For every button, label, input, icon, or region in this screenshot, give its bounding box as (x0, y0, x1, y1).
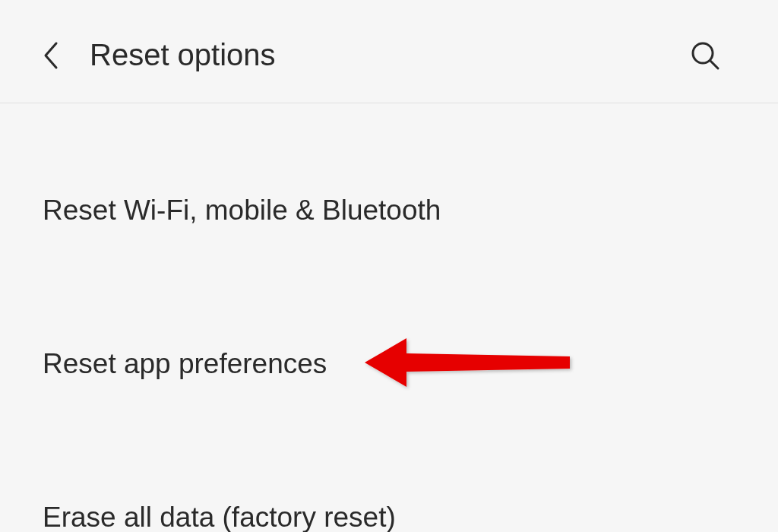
svg-line-1 (710, 61, 718, 68)
svg-marker-2 (365, 338, 570, 387)
header-bar: Reset options (0, 0, 778, 103)
header-left: Reset options (43, 38, 276, 72)
page-title: Reset options (90, 38, 276, 72)
back-icon[interactable] (43, 41, 59, 70)
options-list: Reset Wi-Fi, mobile & Bluetooth Reset ap… (0, 103, 778, 532)
option-reset-app-preferences[interactable]: Reset app preferences (0, 325, 778, 403)
option-reset-wifi-mobile-bluetooth[interactable]: Reset Wi-Fi, mobile & Bluetooth (0, 172, 778, 249)
option-label: Erase all data (factory reset) (43, 502, 396, 532)
search-icon[interactable] (690, 40, 720, 71)
arrow-annotation-icon (365, 332, 577, 396)
option-label: Reset Wi-Fi, mobile & Bluetooth (43, 195, 441, 226)
option-erase-all-data[interactable]: Erase all data (factory reset) (0, 479, 778, 532)
option-label: Reset app preferences (43, 348, 327, 379)
